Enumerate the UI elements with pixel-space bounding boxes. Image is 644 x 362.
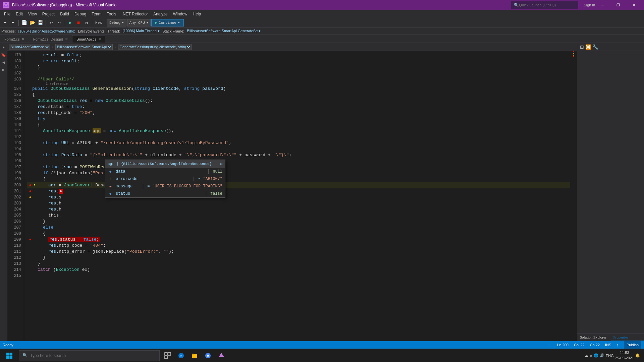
menu-team[interactable]: Team	[89, 10, 104, 18]
quick-launch-input[interactable]	[519, 3, 569, 7]
menu-tools[interactable]: Tools	[104, 10, 119, 18]
ac-row-errorcode[interactable]: ⚡ errorcode ≈ "AB1007"	[105, 175, 225, 183]
svg-rect-3	[10, 356, 13, 359]
tb-sep-5	[105, 20, 105, 26]
lifecycle-btn[interactable]: Lifecycle Events	[78, 29, 104, 33]
tab-form2cs[interactable]: Form2.cs ✕	[0, 35, 29, 43]
ch-indicator: Ch 22	[590, 343, 600, 347]
bookmark-icon[interactable]: 🔖	[0, 52, 7, 58]
sign-in-button[interactable]: Sign in	[584, 3, 595, 7]
debug-mode-label: Debug	[109, 21, 120, 25]
continue-button[interactable]: ▶ Continue ▾	[151, 19, 183, 26]
namespace-select[interactable]: BiilionAssetSoftware	[9, 44, 50, 50]
thread-dropdown[interactable]: [10096] Main Thread ▾	[123, 29, 160, 33]
col-indicator: Col 22	[574, 343, 585, 347]
window-title: BiilionAssetSoftware (Debugging) - Micro…	[12, 3, 511, 7]
close-tab-form2cs[interactable]: ✕	[22, 37, 24, 41]
task-view-button[interactable]	[161, 349, 174, 362]
code-line-213: }	[27, 261, 570, 267]
close-tab-form2cs-design[interactable]: ✕	[65, 37, 68, 41]
tab-smartapics[interactable]: SmartApi.cs ✕	[72, 35, 105, 43]
class-select[interactable]: BiilionAssetSoftware.SmartApi	[55, 44, 113, 50]
quick-launch-bar[interactable]: 🔍	[511, 1, 578, 9]
code-content[interactable]: result = false; return result; } /*User …	[24, 51, 570, 341]
autocomplete-popup[interactable]: agr | {BiilionAssetSoftware.AngelTokenRe…	[105, 160, 225, 198]
tb-hex-btn[interactable]: Hex	[94, 19, 103, 26]
tb-new-btn[interactable]: 📄	[20, 19, 28, 26]
menu-analyze[interactable]: Analyze	[151, 10, 170, 18]
collapse-icon[interactable]: ⊟	[220, 161, 222, 167]
tb-sep-2	[46, 20, 46, 26]
chevron-up-icon[interactable]: ∧	[590, 353, 592, 358]
restore-button[interactable]: ❐	[610, 0, 626, 10]
minimize-button[interactable]: ─	[595, 0, 610, 10]
taskbar-search[interactable]: 🔍	[19, 350, 160, 361]
menu-window[interactable]: Window	[170, 10, 190, 18]
menu-file[interactable]: File	[1, 10, 13, 18]
code-line-209: ● res.status = false;	[27, 237, 570, 243]
code-line-210: res.http_code = "404";	[27, 243, 570, 249]
chrome-button[interactable]	[201, 349, 215, 362]
ac-row-status[interactable]: ◆ status false	[105, 190, 225, 197]
grid-icon[interactable]: ⊞	[580, 44, 584, 50]
menu-edit[interactable]: Edit	[13, 10, 25, 18]
taskbar-search-input[interactable]	[30, 353, 156, 358]
nav-back-icon[interactable]: ◀	[0, 59, 7, 66]
code-line-182	[27, 70, 570, 76]
publish-button[interactable]: Publish	[624, 341, 641, 349]
ac-row-data[interactable]: ◆ data null	[105, 168, 225, 175]
code-line-185: {	[27, 92, 570, 98]
menu-reflector[interactable]: .NET Reflector	[119, 10, 151, 18]
tb-forward-btn[interactable]: ➡	[9, 19, 17, 26]
menu-build[interactable]: Build	[57, 10, 72, 18]
ac-data-type: null	[213, 169, 222, 175]
tb-save-btn[interactable]: 💾	[37, 19, 44, 26]
cpu-dropdown[interactable]: Any CPU ▾	[127, 19, 151, 26]
method-select[interactable]: GenerateSession(string clientcode, strin…	[118, 44, 192, 50]
tb-back-btn[interactable]: ⬅	[1, 19, 9, 26]
tb-undo-btn[interactable]: ↩	[48, 19, 55, 26]
edge-button[interactable]: e	[174, 349, 188, 362]
breakpoints-icon[interactable]: ●	[0, 44, 7, 51]
start-button[interactable]	[1, 349, 17, 362]
notification-button[interactable]: 🔔	[635, 353, 640, 358]
ready-status: Ready	[3, 343, 13, 347]
tb-redo-btn[interactable]: ↪	[56, 19, 63, 26]
tb-start-debug-btn[interactable]: ▶	[67, 19, 74, 26]
chevron-down-icon-3: ▾	[178, 20, 180, 25]
properties-tab[interactable]: Properties	[611, 334, 644, 341]
ac-status-name: status	[116, 191, 202, 197]
nav-sep: ›	[52, 45, 53, 49]
menu-view[interactable]: View	[25, 10, 40, 18]
sort-icon[interactable]: 🔀	[585, 44, 591, 50]
menu-help[interactable]: Help	[190, 10, 204, 18]
code-line-195: string PostData = "{\"clientcode\":\"" +…	[27, 152, 570, 158]
tb-stop-btn[interactable]: ■	[75, 19, 82, 26]
close-button[interactable]: ✕	[626, 0, 641, 10]
app-icon	[3, 2, 9, 8]
menu-project[interactable]: Project	[40, 10, 57, 18]
status-right: Ln 200 Col 22 Ch 22 INS ↑ Publish	[557, 341, 641, 349]
tb-open-btn[interactable]: 📂	[29, 19, 36, 26]
nav-fwd-icon[interactable]: ▶	[0, 66, 7, 73]
close-tab-smartapics[interactable]: ✕	[98, 37, 101, 41]
tab-form2cs-design[interactable]: Form2.cs [Design] ✕	[29, 35, 72, 43]
tb-restart-btn[interactable]: ↻	[83, 19, 90, 26]
debug-mode-dropdown[interactable]: Debug ▾	[107, 19, 126, 26]
code-line-181: }	[27, 64, 570, 70]
wrench-icon[interactable]: 🔧	[592, 44, 598, 50]
svg-rect-6	[165, 356, 167, 359]
explorer-button[interactable]	[188, 349, 201, 362]
ac-row-message[interactable]: ✉ message ≈ "USER IS BLOCKED FOR TRADING…	[105, 183, 225, 190]
vs-button[interactable]	[215, 349, 228, 362]
code-editor: BiilionAssetSoftware › BiilionAssetSoftw…	[7, 43, 577, 341]
menu-bar: File Edit View Project Build Debug Team …	[0, 10, 644, 18]
code-line-189: try	[27, 116, 570, 122]
menu-debug[interactable]: Debug	[72, 10, 89, 18]
svg-rect-5	[168, 353, 171, 355]
stack-dropdown[interactable]: BiilionAssetSoftware.SmartApi.GenerateSe…	[187, 29, 261, 33]
properties-tabs: Solution Explorer Properties	[577, 334, 644, 341]
solution-explorer-tab[interactable]: Solution Explorer	[577, 334, 611, 341]
title-bar: BiilionAssetSoftware (Debugging) - Micro…	[0, 0, 644, 10]
nav-bar: BiilionAssetSoftware › BiilionAssetSoftw…	[7, 43, 577, 51]
